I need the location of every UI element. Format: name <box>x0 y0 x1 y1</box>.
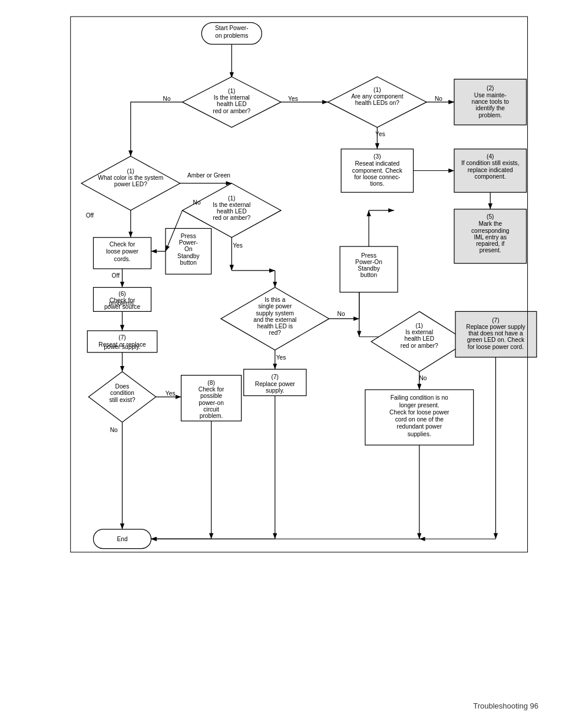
box-loose-label2: loose power <box>106 248 139 255</box>
q1a-no-label: No <box>163 95 171 102</box>
q1d-label0: (1) <box>228 195 235 202</box>
box7a-label1: (7) <box>118 334 125 341</box>
box4-label3: component. <box>475 173 506 180</box>
q1d-label2: health LED <box>217 208 246 215</box>
box-press1-label4: Standby <box>177 253 200 259</box>
box5-label5: present. <box>480 247 501 253</box>
qcond-yes-label: Yes <box>166 390 176 397</box>
box7a-label3: power supply. <box>104 344 140 350</box>
qcond-label1: condition <box>110 390 134 396</box>
q1a-label0: (1) <box>228 88 235 94</box>
start-label: Start Power- <box>215 25 249 31</box>
box-loose-label1: Check for <box>110 241 135 248</box>
box8-label4: circuit <box>203 406 219 413</box>
qsingle-label4: health LED is <box>257 323 293 330</box>
qext-label2: health LED <box>405 335 434 342</box>
box2-label1: Use mainte- <box>474 92 507 98</box>
box3-label0: (3) <box>373 153 381 160</box>
qext-label0: (1) <box>416 322 423 329</box>
arrow-q1a-no <box>131 102 183 156</box>
box2-label0: (2) <box>487 85 494 91</box>
qsingle-label2: supply system <box>256 310 295 317</box>
box7c-label2: Replace power <box>255 381 296 387</box>
qsingle-no-label: No <box>338 311 345 317</box>
q1c-off-label: Off <box>86 212 94 219</box>
box-fail-label3: Check for loose power <box>389 409 449 416</box>
box-fail-label1: Failing condition is no <box>391 394 448 401</box>
q1a-label3: red or amber? <box>213 108 250 114</box>
qsingle-label3: and the external <box>253 317 296 323</box>
box3-label2: component. Check <box>352 167 403 174</box>
box5-label0: (5) <box>487 213 494 220</box>
box2-label4: problem. <box>478 112 502 118</box>
q1d-no-label: No <box>193 199 201 206</box>
box8-label3: power-on <box>199 400 223 406</box>
q1d-yes-label: Yes <box>233 242 243 249</box>
box-press2-label2: Power-On <box>355 259 382 265</box>
box8-label2: possible <box>200 393 223 399</box>
q1b-label2: health LEDs on? <box>355 100 400 106</box>
q1c-label1: What color is the system <box>98 174 163 181</box>
box-fail-label6: supplies. <box>408 431 431 437</box>
box8-label5: problem. <box>200 413 223 419</box>
box7b-label4: for loose power cord. <box>468 344 524 350</box>
box8-label0: (8) <box>207 380 214 386</box>
box5-label3: IML entry as <box>474 234 507 241</box>
box-press1-label1: Press <box>181 233 196 239</box>
qcond-no-label: No <box>110 427 118 433</box>
q1c-label2: power LED? <box>114 181 147 187</box>
box4-label2: replace indicated <box>468 167 513 173</box>
start-label2: on problems <box>215 32 248 39</box>
footer: Troubleshooting 96 <box>473 701 538 710</box>
q1b-label1: Are any component <box>351 93 404 100</box>
box-press1-label2: Power- <box>179 239 198 246</box>
diagram-container: text { font-family: Arial, Helvetica, sa… <box>16 12 546 589</box>
box-press1-label3: On <box>184 246 193 252</box>
box4-label1: If condition still exists, <box>461 160 520 166</box>
off2-label: Off <box>112 272 120 279</box>
box7b-label3: green LED on. Check <box>467 337 525 343</box>
qsingle-yes-label: Yes <box>276 354 286 361</box>
qcond-label2: still exist? <box>109 397 135 403</box>
q1b-yes-label: Yes <box>375 131 385 137</box>
q1c-label0: (1) <box>127 168 134 174</box>
q1b-no-label: No <box>435 95 442 102</box>
box-press2-label4: button <box>361 272 377 278</box>
box-press2-label3: Standby <box>358 265 380 272</box>
box-press2-label1: Press <box>361 252 376 259</box>
q1a-yes-label: Yes <box>288 95 298 102</box>
qext-no-label: No <box>419 375 427 381</box>
box3-label1: Reseat indicated <box>355 160 399 167</box>
qsingle-label0: Is this a <box>265 297 285 303</box>
q1c-amber-label: Amber or Green <box>187 172 230 179</box>
box7b-label0: (7) <box>492 317 499 324</box>
box3-label3: for loose connec- <box>354 174 400 180</box>
box6-label3: problems. <box>109 300 135 307</box>
box4-label0: (4) <box>487 153 494 160</box>
qsingle-label1: single power <box>258 303 292 309</box>
box5-label4: repaired, if <box>476 241 504 247</box>
box-fail-label4: cord on one of the <box>395 416 444 423</box>
box6-label0: (6) <box>118 291 125 297</box>
box-press1-label5: button <box>180 259 197 266</box>
box2-label3: identify the <box>476 105 505 111</box>
box-loose-label3: cords. <box>114 256 131 262</box>
flowchart-svg: text { font-family: Arial, Helvetica, sa… <box>16 12 546 589</box>
q1d-label1: Is the external <box>213 202 250 208</box>
box3-label4: tions. <box>370 180 384 187</box>
q1a-label1: Is the internal <box>214 94 250 101</box>
qext-label3: red or amber? <box>401 342 438 349</box>
box7b-label2: that does not have a <box>468 330 523 337</box>
q1b-label0: (1) <box>373 87 381 93</box>
qext-label1: Is external <box>405 329 433 335</box>
end-label: End <box>117 536 127 542</box>
box7c-label3: supply. <box>266 387 285 394</box>
box7c-label1: (7) <box>272 374 279 380</box>
box5-label2: corresponding <box>471 228 510 234</box>
box-fail-label2: longer present. <box>399 402 439 409</box>
qcond-label0: Does <box>115 383 130 390</box>
box7b-label1: Replace power supply <box>466 324 525 330</box>
box5-label1: Mark the <box>478 220 502 227</box>
page: text { font-family: Arial, Helvetica, sa… <box>0 0 562 728</box>
box8-label1: Check for <box>199 386 224 393</box>
